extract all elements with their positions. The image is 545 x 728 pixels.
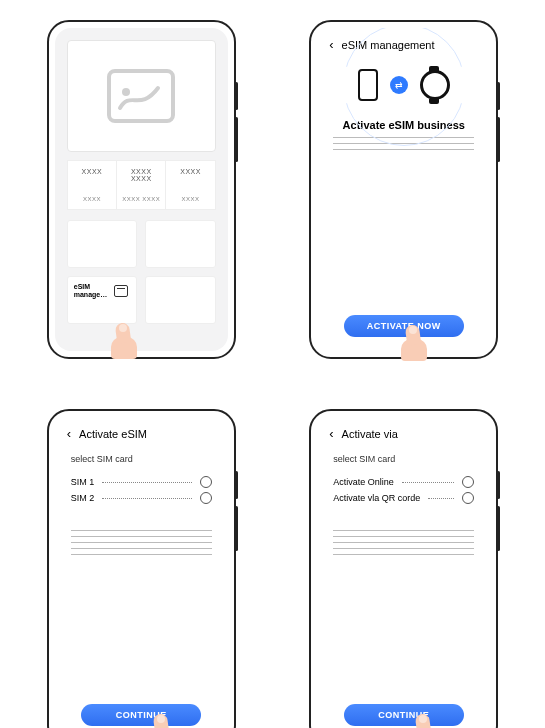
back-icon[interactable]: ‹ — [329, 427, 333, 440]
activate-now-button[interactable]: ACTIVATE NOW — [344, 315, 464, 337]
sync-icon: ⇄ — [390, 76, 408, 94]
tile-blank-1[interactable] — [67, 220, 138, 268]
svg-rect-0 — [109, 71, 173, 121]
option-sim2[interactable]: SIM 2 — [71, 492, 212, 504]
phone-mock-4: ‹ Activate via select SIM card Activate … — [309, 409, 498, 728]
continue-button[interactable]: CONTINUE — [344, 704, 464, 726]
page-title: Activate via — [342, 428, 398, 440]
watch-icon — [420, 70, 450, 100]
back-icon[interactable]: ‹ — [67, 427, 71, 440]
image-placeholder — [67, 40, 216, 152]
radio-icon[interactable] — [200, 476, 212, 488]
radio-icon[interactable] — [462, 492, 474, 504]
back-icon[interactable]: ‹ — [329, 38, 333, 51]
tile-blank-2[interactable] — [145, 220, 216, 268]
tile-label: eSIM manage… — [74, 283, 119, 300]
option-activate-online[interactable]: Activate Online — [333, 476, 474, 488]
info-strip: XXXX XXXX XXXX XXXX XXXX XXXX XXXX XXXX — [67, 160, 216, 210]
radio-icon[interactable] — [462, 476, 474, 488]
option-sim1[interactable]: SIM 1 — [71, 476, 212, 488]
svg-point-1 — [122, 88, 130, 96]
tile-esim-manage[interactable]: eSIM manage… — [67, 276, 138, 324]
subtitle: select SIM card — [71, 454, 212, 464]
page-title: Activate eSIM — [79, 428, 147, 440]
option-activate-qr[interactable]: Activate vla QR corde — [333, 492, 474, 504]
subtitle: select SIM card — [333, 454, 474, 464]
radio-icon[interactable] — [200, 492, 212, 504]
continue-button[interactable]: CONTINUE — [81, 704, 201, 726]
text-lines — [71, 530, 212, 555]
tile-blank-3[interactable] — [145, 276, 216, 324]
esim-diagram: ⇄ — [317, 69, 490, 101]
phone-mock-2: ‹ eSIM management ⇄ Activate eSIM busine… — [309, 20, 498, 359]
text-lines — [333, 530, 474, 555]
phone-icon — [358, 69, 378, 101]
esim-icon — [114, 285, 128, 297]
phone-mock-1: XXXX XXXX XXXX XXXX XXXX XXXX XXXX XXXX … — [47, 20, 236, 359]
phone-mock-3: ‹ Activate eSIM select SIM card SIM 1 SI… — [47, 409, 236, 728]
